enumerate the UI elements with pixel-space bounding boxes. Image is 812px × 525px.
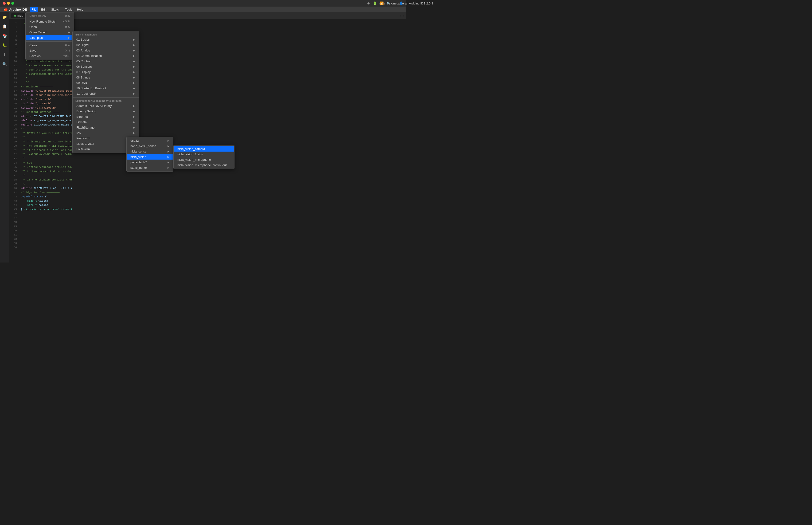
submenu-static-buffer[interactable]: static_buffer▶ <box>127 165 173 170</box>
menu-examples[interactable]: Examples ▶ <box>26 35 74 41</box>
traffic-lights <box>3 2 14 5</box>
sidebar-search-icon[interactable]: 🔍 <box>2 61 7 67</box>
window-title: nicla_vision_camera | Arduino IDE 2.0.3 <box>379 2 406 5</box>
example-strings[interactable]: 08.Strings▶ <box>73 75 139 80</box>
menu-close[interactable]: Close ⌘ W <box>26 43 74 48</box>
menu-save[interactable]: Save ⌘ S <box>26 48 74 53</box>
close-button[interactable] <box>3 2 6 5</box>
example-ethernet[interactable]: Ethernet▶ <box>73 114 139 119</box>
battery-icon: 🔋 <box>373 1 377 5</box>
nicla-camera-submenu[interactable]: nicla_vision_camera nicla_vision_fusion … <box>173 145 234 169</box>
tab-more-button[interactable]: ⋯ <box>400 13 404 18</box>
example-energysaving[interactable]: Energy Saving▶ <box>73 108 139 114</box>
maximize-button[interactable] <box>11 2 14 5</box>
record-icon: ⏺ <box>367 1 370 5</box>
example-arduinoisp[interactable]: 11.ArduinoISP▶ <box>73 91 139 96</box>
example-adafruit[interactable]: Adafruit Zero DMA Library▶ <box>73 103 139 108</box>
menu-sketch[interactable]: Sketch <box>49 7 62 12</box>
sidebar-libraries-icon[interactable]: 📚 <box>2 33 7 39</box>
option-nicla-vision-camera[interactable]: nicla_vision_camera <box>174 146 234 152</box>
sidebar-upload-icon[interactable]: ⬆ <box>2 52 7 57</box>
example-basics[interactable]: 01.Basics▶ <box>73 37 139 42</box>
menu-new-remote-sketch[interactable]: New Remote Sketch ⌥⌘ N <box>26 19 74 24</box>
example-i2s[interactable]: I2S▶ <box>73 130 139 136</box>
submenu-nicla-vision[interactable]: nicla_vision▶ <box>127 154 173 160</box>
sidebar-debug-icon[interactable]: 🐛 <box>2 42 7 48</box>
sidebar-boards-icon[interactable]: 📋 <box>2 24 7 29</box>
submenu-nano-ble33[interactable]: nano_ble33_sense▶ <box>127 144 173 149</box>
submenu-portenta-h7[interactable]: portenta_h7▶ <box>127 160 173 165</box>
nicla-vision-submenu[interactable]: esp32▶ nano_ble33_sense▶ nicla_sense▶ ni… <box>126 137 173 171</box>
example-communication[interactable]: 04.Communication▶ <box>73 53 139 59</box>
app-menu[interactable]: 🍎 Arduino IDE <box>2 7 29 11</box>
option-nicla-vision-fusion[interactable]: nicla_vision_fusion <box>174 152 234 157</box>
menu-help[interactable]: Help <box>75 7 85 12</box>
menu-open[interactable]: Open... ⌘ O <box>26 24 74 30</box>
line-numbers: 12345 678910 1112131415 1617181920 21222… <box>10 19 19 262</box>
sidebar-files-icon[interactable]: 📁 <box>2 14 7 20</box>
menu-edit[interactable]: Edit <box>39 7 48 12</box>
examples-submenu[interactable]: Built-in examples 01.Basics▶ 02.Digital▶… <box>72 31 139 153</box>
example-usb[interactable]: 09.USB▶ <box>73 80 139 86</box>
seeeduino-section-label: Examples for Seeeduino Wio Terminal <box>73 99 139 103</box>
example-digital[interactable]: 02.Digital▶ <box>73 42 139 48</box>
option-nicla-vision-microphone-continuous[interactable]: nicla_vision_microphone_continuous <box>174 162 234 168</box>
menu-bar: 🍎 Arduino IDE File Edit Sketch Tools Hel… <box>0 6 406 12</box>
example-display[interactable]: 07.Display▶ <box>73 69 139 75</box>
app-name: Arduino IDE <box>9 8 27 11</box>
menu-new-sketch[interactable]: New Sketch ⌘ N <box>26 13 74 19</box>
submenu-esp32[interactable]: esp32▶ <box>127 138 173 144</box>
option-nicla-vision-microphone[interactable]: nicla_vision_microphone <box>174 157 234 162</box>
sidebar-icons: 📁 📋 📚 🐛 ⬆ 🔍 <box>0 12 10 262</box>
menu-save-as[interactable]: Save As... ⇧⌘ S <box>26 53 74 59</box>
submenu-nicla-sense[interactable]: nicla_sense▶ <box>127 149 173 154</box>
builtin-section-label: Built-in examples <box>73 32 139 37</box>
menu-open-recent[interactable]: Open Recent ▶ <box>26 30 74 35</box>
apple-logo-icon: 🍎 <box>4 7 8 11</box>
example-flashstorage[interactable]: FlashStorage▶ <box>73 125 139 130</box>
example-analog[interactable]: 03.Analog▶ <box>73 48 139 53</box>
example-control[interactable]: 05.Control▶ <box>73 59 139 64</box>
example-firmata[interactable]: Firmata▶ <box>73 119 139 125</box>
menu-tools[interactable]: Tools <box>63 7 74 12</box>
example-sensors[interactable]: 06.Sensors▶ <box>73 64 139 69</box>
minimize-button[interactable] <box>7 2 10 5</box>
examples-divider-1 <box>73 97 139 97</box>
file-menu-dropdown[interactable]: New Sketch ⌘ N New Remote Sketch ⌥⌘ N Op… <box>25 12 74 60</box>
tab-status-dot <box>14 15 16 17</box>
menu-file[interactable]: File <box>30 7 38 12</box>
example-starterkit[interactable]: 10.StarterKit_BasicKit▶ <box>73 86 139 91</box>
menu-divider-1 <box>26 41 74 42</box>
title-bar: nicla_vision_camera | Arduino IDE 2.0.3 … <box>0 0 406 6</box>
